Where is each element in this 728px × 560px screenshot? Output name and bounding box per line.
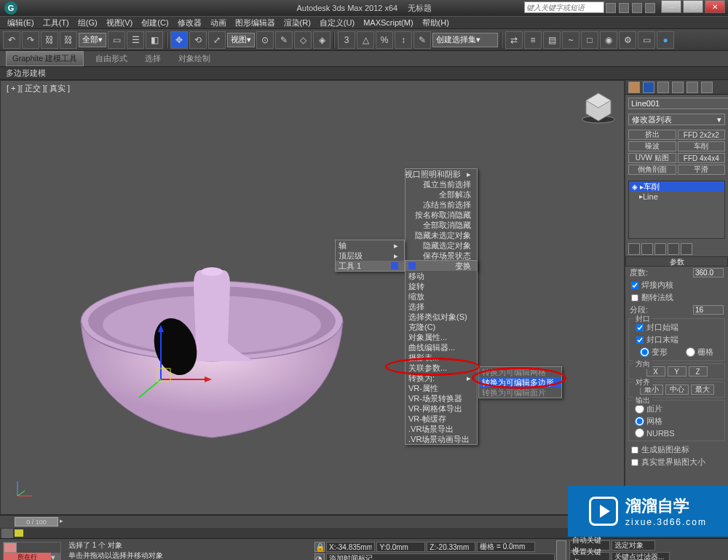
coord-x[interactable]: X: <box>326 542 375 552</box>
mod-extrude-button[interactable]: 挤出 <box>628 130 676 140</box>
selregion-button[interactable]: ◧ <box>146 31 163 49</box>
ctx-unfreeze[interactable]: 全部解冻 <box>405 189 477 200</box>
refcoord-combo[interactable]: 视图 ▾ <box>227 33 255 47</box>
link-button[interactable]: ⛓ <box>41 31 58 49</box>
close-button[interactable]: ✕ <box>705 0 725 13</box>
ribbon-tab-selection[interactable]: 选择 <box>139 52 167 66</box>
pivot-button[interactable]: ⊙ <box>256 31 274 49</box>
scale-button[interactable]: ⤢ <box>208 31 226 49</box>
hierarchy-tab-icon[interactable] <box>657 82 669 93</box>
align-button[interactable]: ≡ <box>524 31 542 49</box>
time-handle[interactable]: 0 / 100 <box>15 517 58 527</box>
viewport[interactable]: [ + ][ 正交 ][ 真实 ] <box>0 80 625 515</box>
out-nurbs-radio[interactable] <box>635 428 644 438</box>
motion-tab-icon[interactable] <box>672 82 684 93</box>
capend-check[interactable] <box>636 336 644 344</box>
script-mini-button[interactable] <box>4 543 17 553</box>
ctx-conv-poly[interactable]: 转换为可编辑多边形 <box>479 377 561 387</box>
menu-animation[interactable]: 动画 <box>206 17 231 28</box>
setkey-button[interactable]: 设置关键点 <box>569 552 610 560</box>
maximize-button[interactable]: ▭ <box>683 0 703 13</box>
menu-help[interactable]: 帮助(H) <box>418 17 454 28</box>
ctx-save-state[interactable]: 保存场景状态 <box>405 251 477 261</box>
ctx-conv-patch[interactable]: 转换为可编辑面片 <box>479 387 561 398</box>
menu-rendering[interactable]: 渲染(R) <box>280 17 315 28</box>
key-big-button[interactable] <box>556 540 566 560</box>
render-button[interactable]: ● <box>657 31 674 49</box>
align-center-button[interactable]: 中心 <box>665 384 689 395</box>
create-tab-icon[interactable] <box>628 82 640 93</box>
mod-smooth-button[interactable]: 平滑 <box>678 165 726 175</box>
utilities-tab-icon[interactable] <box>701 82 713 93</box>
ctx-vr-export[interactable]: .VR场景导出 <box>405 424 477 434</box>
menu-group[interactable]: 组(G) <box>74 17 102 28</box>
display-tab-icon[interactable] <box>687 82 698 93</box>
ctx-vr-mesh[interactable]: VR-网格体导出 <box>405 403 477 414</box>
mod-ffd4-button[interactable]: FFD 4x4x4 <box>678 153 726 163</box>
layers-button[interactable]: ▤ <box>543 31 561 49</box>
dir-z-button[interactable]: Z <box>689 366 708 376</box>
menu-views[interactable]: 视图(V) <box>102 17 138 28</box>
realuv-check[interactable] <box>631 459 638 466</box>
lock-icon[interactable]: 🔒 <box>314 542 325 552</box>
undo-button[interactable]: ↶ <box>3 31 20 49</box>
ctx-viewport-lighting[interactable]: 视口照明和阴影 <box>405 169 477 179</box>
ctx-clone[interactable]: 克隆(C) <box>405 322 477 332</box>
ctx-conv-mesh[interactable]: 转换为可编辑网格 <box>479 367 561 377</box>
capstart-check[interactable] <box>636 324 644 331</box>
snap3-button[interactable]: 3 <box>338 31 355 49</box>
ctx-unhide-name[interactable]: 按名称取消隐藏 <box>405 210 477 220</box>
now-button[interactable]: 所在行 <box>4 553 51 560</box>
mod-ffd2-button[interactable]: FFD 2x2x2 <box>678 130 726 140</box>
stack-line[interactable]: ▸ Line <box>629 192 724 202</box>
ctx-freeze[interactable]: 冻结当前选择 <box>405 200 477 210</box>
app-icon[interactable]: G <box>4 1 17 15</box>
curve-button[interactable]: ~ <box>562 31 579 49</box>
menu-modifiers[interactable]: 修改器 <box>173 17 206 28</box>
render-frame-button[interactable]: ▭ <box>638 31 655 49</box>
ctx-vr-props[interactable]: VR-属性 <box>405 383 477 393</box>
menu-edit[interactable]: 编辑(E) <box>3 17 39 28</box>
ctx-vr-anim[interactable]: .VR场景动画导出 <box>405 434 477 444</box>
ctx-objprops[interactable]: 对象属性... <box>405 332 477 342</box>
mod-noise-button[interactable]: 噪波 <box>628 141 676 151</box>
ctx-isolate[interactable]: 孤立当前选择 <box>405 179 477 189</box>
ribbon-panel-polymodel[interactable]: 多边形建模 <box>6 68 46 79</box>
show-end-button[interactable] <box>641 243 653 255</box>
menu-customize[interactable]: 自定义(U) <box>315 17 359 28</box>
mod-bevel-button[interactable]: 倒角剖面 <box>628 165 676 175</box>
ctx-hide-sel[interactable]: 隐藏选定对象 <box>405 240 477 251</box>
move-button[interactable]: ✥ <box>170 31 188 49</box>
aux-btn[interactable] <box>606 3 616 13</box>
cap-morph-radio[interactable] <box>640 347 649 357</box>
snap-button[interactable]: ◇ <box>294 31 312 49</box>
ribbon-tab-graphite[interactable]: Graphite 建模工具 <box>6 51 84 66</box>
ctx-selsimilar[interactable]: 选择类似对象(S) <box>405 312 477 322</box>
menu-grapheditors[interactable]: 图形编辑器 <box>231 17 280 28</box>
unique-button[interactable] <box>654 243 666 255</box>
ctx-select[interactable]: 选择 <box>405 301 477 312</box>
material-button[interactable]: ◉ <box>600 31 617 49</box>
search-input[interactable] <box>524 1 604 13</box>
ribbon-tab-paint[interactable]: 对象绘制 <box>173 52 216 66</box>
modifier-stack[interactable]: ◈ ▸ 车削 ▸ Line <box>628 181 725 239</box>
ctx-vr-scene[interactable]: VR-场景转换器 <box>405 393 477 403</box>
ctx-convertto[interactable]: 转换为: <box>405 373 477 383</box>
anglesnap-button[interactable]: △ <box>357 31 374 49</box>
rollout-params[interactable]: 参数 <box>625 256 728 267</box>
selset-combo[interactable]: 选定对象 <box>612 540 655 551</box>
menu-create[interactable]: 创建(C) <box>137 17 173 28</box>
timetag-input[interactable]: 添加时间标记 <box>326 553 555 560</box>
segments-spinner[interactable]: 16 <box>693 305 724 315</box>
minimize-button[interactable]: — <box>661 0 681 13</box>
align-max-button[interactable]: 最大 <box>691 384 714 395</box>
aux-btn[interactable] <box>632 3 642 13</box>
menu-maxscript[interactable]: MAXScript(M) <box>359 18 417 27</box>
ctx-vr-fb[interactable]: VR-帧缓存 <box>405 414 477 424</box>
object-name-input[interactable] <box>628 98 728 109</box>
modify-tab-icon[interactable] <box>643 82 654 93</box>
mirror-button[interactable]: ⇄ <box>505 31 523 49</box>
coord-z[interactable]: Z: <box>427 542 475 552</box>
keyfilter-button[interactable]: 关键点过滤器... <box>612 552 670 560</box>
genuv-check[interactable] <box>631 446 638 454</box>
